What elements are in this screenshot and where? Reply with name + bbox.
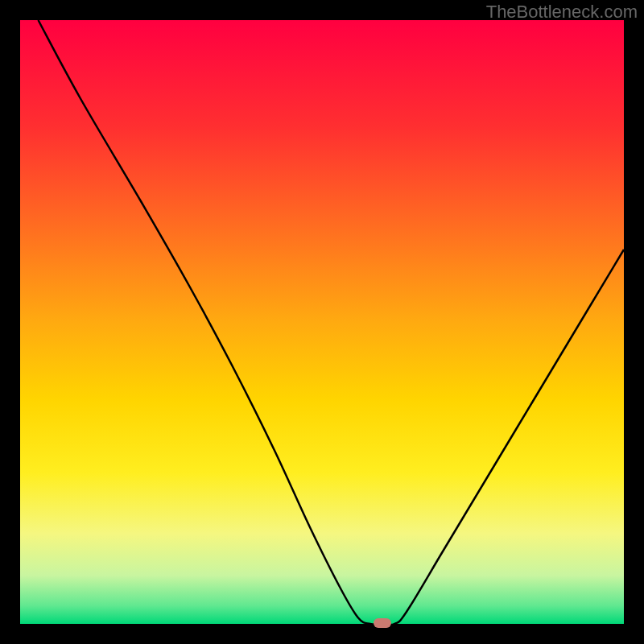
bottleneck-chart: TheBottleneck.com [0, 0, 644, 644]
watermark-text: TheBottleneck.com [486, 2, 638, 23]
optimal-marker [374, 618, 391, 628]
chart-svg [0, 0, 644, 644]
plot-background [20, 20, 624, 624]
